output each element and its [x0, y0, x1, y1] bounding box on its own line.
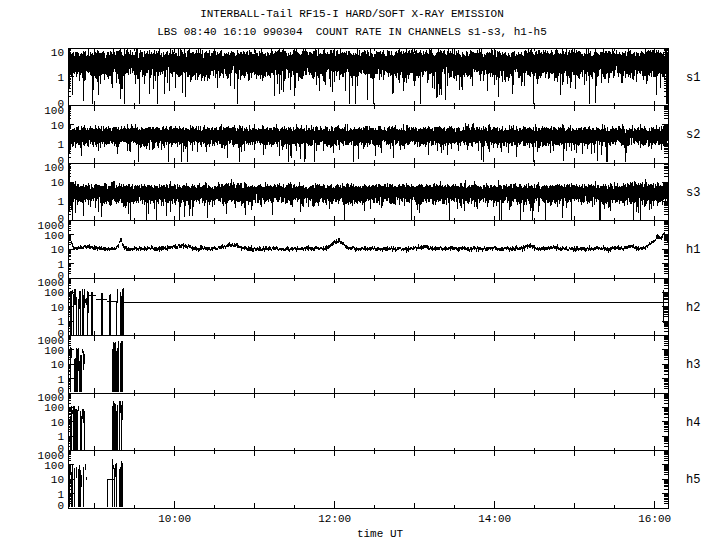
panel-ticks-h5 [68, 451, 668, 509]
channel-label-h4: h4 [686, 416, 700, 430]
channel-label-s2: s2 [686, 128, 700, 142]
panel-ticks-h2 [68, 278, 668, 336]
signal-h1 [69, 232, 668, 253]
panel-border-h4 [68, 393, 668, 451]
signal-h4 [69, 401, 123, 450]
ytick-label: 100 [44, 460, 64, 472]
ytick-label: 1 [57, 316, 64, 328]
ytick-label: 100 [44, 105, 64, 117]
panel-h4: 10001001010h4 [38, 392, 701, 455]
panel-s3: 1001010s3 [44, 162, 700, 225]
panel-h1: 10001001010h1 [38, 220, 701, 283]
ytick-label: 100 [44, 345, 64, 357]
panel-h5: 10001001010h5 [38, 450, 701, 513]
ytick-label: 10 [51, 359, 64, 371]
channel-label-h1: h1 [686, 243, 700, 257]
ytick-label: 100 [44, 287, 64, 299]
ytick-label: 1 [57, 259, 64, 271]
signal-s2 [69, 106, 668, 163]
figure: INTERBALL-Tail RF15-I HARD/SOFT X-RAY EM… [0, 0, 720, 550]
panel-s2: 1001010s2 [44, 105, 700, 168]
panel-h3: 10001001010h3 [38, 335, 701, 398]
ytick-label: 1 [57, 72, 64, 84]
signal-h2 [69, 288, 669, 335]
ytick-label: 100 [44, 230, 64, 242]
ytick-label: 10 [51, 120, 64, 132]
chart-title: INTERBALL-Tail RF15-I HARD/SOFT X-RAY EM… [0, 8, 704, 20]
ytick-label: 10 [51, 474, 64, 486]
ytick-label: 100 [44, 162, 64, 174]
signal-s3 [69, 163, 668, 220]
xtick-label: 16:00 [638, 513, 671, 525]
panel-s1: 1010s1 [51, 47, 701, 110]
chart-subtitle: LBS 08:40 16:10 990304 COUNT RATE IN CHA… [0, 26, 704, 38]
channel-label-h5: h5 [686, 473, 700, 487]
x-axis-title: time UT [357, 528, 404, 540]
channel-label-s1: s1 [686, 71, 700, 85]
ytick-label: 100 [44, 402, 64, 414]
ytick-label: 1 [57, 489, 64, 501]
channel-label-h3: h3 [686, 358, 700, 372]
ytick-label: 1 [57, 374, 64, 386]
ytick-label: 1 [57, 196, 64, 208]
panel-ticks-h4 [68, 393, 668, 451]
xtick-label: 14:00 [478, 513, 511, 525]
xtick-label: 10:00 [158, 513, 191, 525]
ytick-label: 1 [57, 139, 64, 151]
panel-border-h2 [68, 278, 668, 336]
ytick-label: 0 [57, 500, 64, 512]
x-axis-labels: 10:0012:0014:0016:00time UT [158, 513, 671, 540]
ytick-label: 10 [51, 244, 64, 256]
ytick-label: 1 [57, 431, 64, 443]
xtick-label: 12:00 [318, 513, 351, 525]
panel-border-h3 [68, 336, 668, 394]
ytick-label: 10 [51, 47, 64, 59]
channel-label-h2: h2 [686, 301, 700, 315]
xray-multipanel-chart: 1010s11001010s21001010s310001001010h1100… [0, 0, 720, 550]
channel-label-s3: s3 [686, 186, 700, 200]
panel-border-h5 [68, 451, 668, 509]
signal-s1 [69, 48, 668, 104]
panel-ticks-h3 [68, 336, 668, 394]
panel-h2: 10001001010h2 [38, 277, 701, 340]
ytick-label: 10 [51, 302, 64, 314]
signal-h3 [69, 341, 123, 392]
signal-h5 [69, 459, 123, 507]
ytick-label: 10 [51, 177, 64, 189]
ytick-label: 10 [51, 417, 64, 429]
